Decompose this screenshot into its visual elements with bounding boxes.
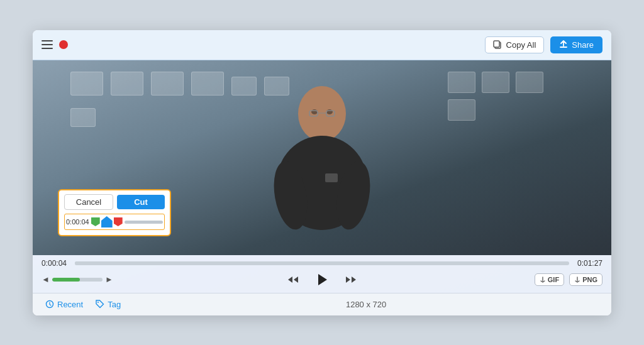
- hamburger-menu-icon[interactable]: [42, 40, 53, 50]
- header: Copy All Share: [33, 30, 611, 60]
- volume-bar[interactable]: [52, 278, 103, 282]
- footer-dimensions: 1280 x 720: [292, 300, 439, 309]
- cut-marker-red-icon: [114, 217, 123, 226]
- progress-row: 0:00:04 0:01:27: [33, 255, 611, 269]
- recent-icon: [45, 300, 54, 309]
- cut-timeline: 0:00:04: [64, 214, 165, 230]
- right-controls: GIF PNG: [462, 273, 602, 286]
- cut-marker-blue-icon: [101, 216, 113, 227]
- cut-time-label: 0:00:04: [66, 218, 89, 226]
- svg-point-5: [311, 109, 318, 114]
- svg-rect-1: [494, 41, 499, 47]
- tag-item[interactable]: Tag: [96, 300, 121, 309]
- next-frame-button[interactable]: [343, 273, 359, 287]
- prev-frame-button[interactable]: [285, 273, 301, 287]
- app-window: Copy All Share: [33, 30, 611, 315]
- video-area: Cancel Cut 0:00:04 0:00:04 0: [33, 60, 611, 293]
- cut-popup: Cancel Cut 0:00:04: [58, 189, 171, 236]
- png-export-button[interactable]: PNG: [569, 273, 602, 286]
- share-icon: [559, 40, 568, 49]
- progress-bar[interactable]: [75, 261, 569, 265]
- gif-export-button[interactable]: GIF: [535, 273, 564, 286]
- wall-decor-right: [448, 72, 574, 121]
- download-gif-icon: [540, 277, 546, 283]
- recent-item[interactable]: Recent: [45, 300, 83, 309]
- copy-icon: [493, 40, 502, 50]
- svg-marker-15: [318, 274, 327, 285]
- footer: Recent Tag 1280 x 720: [33, 293, 611, 315]
- volume-low-icon: ◄: [42, 275, 50, 284]
- play-icon: [315, 273, 329, 287]
- controls-overlay: 0:00:04 0:01:27 ◄ ►: [33, 255, 611, 293]
- volume-section: ◄ ►: [42, 275, 182, 284]
- cut-track: [125, 221, 163, 224]
- svg-point-19: [97, 302, 99, 303]
- cancel-button[interactable]: Cancel: [64, 194, 113, 210]
- header-left: [42, 40, 479, 50]
- svg-marker-16: [346, 277, 350, 283]
- share-button[interactable]: Share: [550, 36, 602, 53]
- svg-point-2: [298, 86, 346, 141]
- svg-marker-13: [288, 277, 292, 283]
- prev-frame-icon: [287, 274, 299, 285]
- controls-row: ◄ ►: [33, 269, 611, 293]
- svg-point-6: [326, 109, 333, 114]
- play-button[interactable]: [313, 271, 331, 288]
- cut-markers: [91, 216, 123, 227]
- svg-rect-12: [325, 173, 338, 182]
- download-png-icon: [574, 277, 580, 283]
- next-frame-icon: [345, 274, 357, 285]
- copy-all-button[interactable]: Copy All: [485, 36, 545, 53]
- header-right: Copy All Share: [485, 36, 602, 53]
- cut-popup-buttons: Cancel Cut: [64, 194, 165, 210]
- time-end: 0:01:27: [574, 259, 602, 268]
- time-start: 0:00:04: [42, 259, 70, 268]
- record-dot-icon[interactable]: [59, 40, 68, 49]
- svg-marker-14: [294, 277, 298, 283]
- volume-high-icon: ►: [105, 275, 113, 284]
- cut-marker-green-icon: [91, 217, 100, 226]
- progress-bar-fill: [75, 261, 94, 265]
- svg-marker-17: [352, 277, 356, 283]
- tag-icon: [96, 300, 104, 309]
- person-silhouette: [250, 79, 394, 236]
- center-controls: [182, 271, 462, 288]
- volume-fill: [52, 278, 80, 282]
- cut-button[interactable]: Cut: [117, 195, 165, 209]
